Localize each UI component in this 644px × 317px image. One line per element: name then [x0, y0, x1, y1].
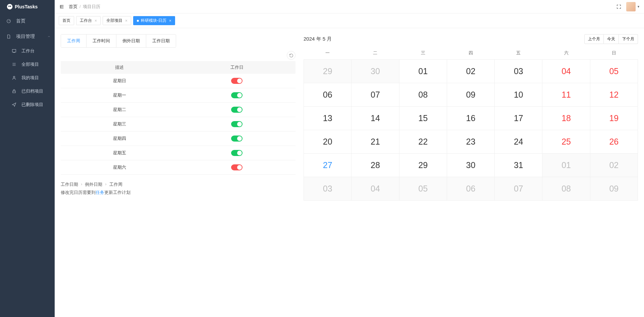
nav-sub-item[interactable]: 全部项目 — [0, 58, 55, 71]
calendar-day[interactable]: 29 — [304, 60, 352, 83]
breadcrumb-root[interactable]: 首页 — [69, 4, 77, 10]
calendar-weekday: 三 — [399, 48, 447, 59]
close-icon[interactable]: × — [95, 18, 97, 23]
inner-tab[interactable]: 例外日期 — [116, 35, 146, 47]
workday-toggle[interactable] — [231, 150, 243, 156]
calendar-day[interactable]: 10 — [495, 83, 542, 107]
calendar-day[interactable]: 24 — [495, 130, 542, 154]
nav-sub-item[interactable]: 工作台 — [0, 44, 55, 58]
close-icon[interactable]: × — [125, 18, 127, 23]
week-row: 星期日 — [61, 74, 296, 88]
calendar-title: 2024 年 5 月 — [304, 36, 332, 42]
calendar-day[interactable]: 05 — [590, 60, 638, 83]
calendar-day[interactable]: 05 — [399, 177, 447, 201]
calendar-day[interactable]: 07 — [495, 177, 542, 201]
calendar-day[interactable]: 14 — [352, 107, 399, 130]
list-icon — [11, 62, 17, 67]
calendar-day[interactable]: 26 — [590, 130, 638, 154]
calendar-day[interactable]: 06 — [447, 177, 495, 201]
refresh-icon — [289, 53, 293, 58]
calendar-day[interactable]: 29 — [399, 154, 447, 177]
dashboard-icon — [6, 18, 11, 24]
sidebar: PlusTasks 首页 项目管理 工作台全部项目我的项目已归档项目已删除项目 — [0, 0, 55, 317]
next-month-button[interactable]: 下个月 — [619, 34, 638, 44]
calendar-day[interactable]: 20 — [304, 130, 352, 154]
inner-tab[interactable]: 工作日期 — [146, 35, 176, 47]
workday-toggle[interactable] — [231, 136, 243, 142]
col-description: 描述 — [61, 64, 178, 70]
calendar-day[interactable]: 31 — [495, 154, 542, 177]
fullscreen-icon[interactable] — [616, 4, 622, 9]
nav-home-label: 首页 — [16, 18, 25, 24]
calendar-day[interactable]: 30 — [352, 60, 399, 83]
open-tab-label: 全部项目 — [106, 18, 122, 23]
calendar-day[interactable]: 07 — [352, 83, 399, 107]
refresh-button[interactable] — [287, 51, 296, 60]
workday-toggle[interactable] — [231, 121, 243, 127]
open-tab-label: 首页 — [62, 18, 70, 23]
calendar-day[interactable]: 28 — [352, 154, 399, 177]
workday-toggle[interactable] — [231, 164, 243, 170]
calendar-day[interactable]: 02 — [447, 60, 495, 83]
calendar-day[interactable]: 17 — [495, 107, 542, 130]
nav-sub-item[interactable]: 已归档项目 — [0, 85, 55, 98]
calendar-day[interactable]: 19 — [590, 107, 638, 130]
open-tab[interactable]: 全部项目× — [103, 16, 131, 25]
calendar-day[interactable]: 15 — [399, 107, 447, 130]
week-day-label: 星期一 — [61, 92, 178, 98]
logo-icon — [7, 4, 13, 10]
calendar-day[interactable]: 09 — [590, 177, 638, 201]
task-link[interactable]: 任务 — [96, 190, 104, 195]
calendar-day[interactable]: 12 — [590, 83, 638, 107]
calendar-day[interactable]: 06 — [304, 83, 352, 107]
calendar-day[interactable]: 09 — [447, 83, 495, 107]
calendar-day[interactable]: 08 — [399, 83, 447, 107]
open-tab[interactable]: 首页 — [59, 16, 74, 25]
calendar-day[interactable]: 27 — [304, 154, 352, 177]
inner-tab[interactable]: 工作周 — [61, 35, 87, 47]
calendar-day[interactable]: 21 — [352, 130, 399, 154]
calendar-weekday: 六 — [542, 48, 590, 59]
close-icon[interactable]: × — [169, 18, 171, 23]
calendar-day[interactable]: 08 — [542, 177, 590, 201]
workday-toggle[interactable] — [231, 107, 243, 113]
svg-rect-6 — [13, 91, 15, 93]
nav-project-mgmt[interactable]: 项目管理 — [0, 29, 55, 44]
open-tab[interactable]: 科研模块-日历× — [133, 16, 175, 25]
nav-home[interactable]: 首页 — [0, 13, 55, 29]
calendar-day[interactable]: 22 — [399, 130, 447, 154]
calendar-day[interactable]: 18 — [542, 107, 590, 130]
calendar-day[interactable]: 25 — [542, 130, 590, 154]
week-day-label: 星期二 — [61, 107, 178, 113]
nav-sub-label: 已归档项目 — [21, 88, 43, 94]
priority-crumbs: 工作日期› 例外日期› 工作周 — [61, 181, 296, 188]
open-tab-label: 科研模块-日历 — [141, 18, 166, 23]
inner-tab[interactable]: 工作时间 — [87, 35, 116, 47]
calendar-day[interactable]: 30 — [447, 154, 495, 177]
calendar-day[interactable]: 01 — [542, 154, 590, 177]
calendar-day[interactable]: 02 — [590, 154, 638, 177]
app-logo[interactable]: PlusTasks — [0, 0, 55, 13]
open-tab-label: 工作台 — [80, 18, 92, 23]
calendar-day[interactable]: 03 — [304, 177, 352, 201]
today-button[interactable]: 今天 — [604, 34, 619, 44]
nav-sub-item[interactable]: 已删除项目 — [0, 98, 55, 111]
calendar-day[interactable]: 13 — [304, 107, 352, 130]
calendar-day[interactable]: 04 — [352, 177, 399, 201]
workday-toggle[interactable] — [231, 78, 243, 84]
open-tab[interactable]: 工作台× — [76, 16, 101, 25]
calendar-day[interactable]: 16 — [447, 107, 495, 130]
workday-toggle[interactable] — [231, 92, 243, 98]
calendar-day[interactable]: 01 — [399, 60, 447, 83]
nav-sub-item[interactable]: 我的项目 — [0, 71, 55, 85]
calendar-day[interactable]: 23 — [447, 130, 495, 154]
week-row: 星期六 — [61, 160, 296, 175]
user-menu[interactable]: ▼ — [626, 2, 640, 11]
calendar-day[interactable]: 03 — [495, 60, 542, 83]
menu-toggle-icon[interactable] — [59, 4, 65, 10]
calendar-day[interactable]: 11 — [542, 83, 590, 107]
week-row: 星期二 — [61, 103, 296, 117]
calendar-day[interactable]: 04 — [542, 60, 590, 83]
document-icon — [6, 34, 11, 39]
prev-month-button[interactable]: 上个月 — [584, 34, 604, 44]
